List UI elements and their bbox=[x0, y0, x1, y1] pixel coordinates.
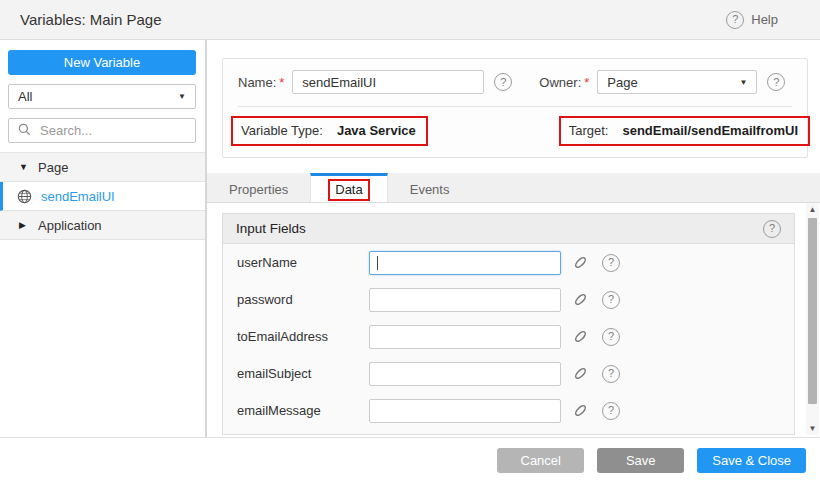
text-cursor bbox=[377, 256, 378, 270]
bind-link-icon[interactable] bbox=[572, 365, 589, 382]
username-input[interactable] bbox=[369, 251, 561, 275]
bind-link-icon[interactable] bbox=[572, 254, 589, 271]
password-input[interactable] bbox=[369, 288, 561, 312]
variable-type-value: Java Service bbox=[337, 123, 416, 138]
emailsubject-input[interactable] bbox=[369, 362, 561, 386]
name-help-icon[interactable]: ? bbox=[494, 73, 512, 91]
bind-link-icon[interactable] bbox=[572, 291, 589, 308]
tree-group-page[interactable]: ▼ Page bbox=[0, 153, 205, 182]
owner-help-icon[interactable]: ? bbox=[767, 73, 785, 91]
search-icon bbox=[18, 123, 31, 139]
bind-link-icon[interactable] bbox=[572, 328, 589, 345]
caret-down-icon: ▼ bbox=[19, 162, 29, 172]
tree-group-label: Page bbox=[38, 160, 68, 175]
dialog-footer: Cancel Save Save & Close bbox=[0, 437, 820, 488]
variables-sidebar: New Variable All ▼ ▼ Page bbox=[0, 40, 207, 437]
variable-filter-select[interactable]: All ▼ bbox=[8, 84, 196, 109]
field-help-icon[interactable]: ? bbox=[602, 402, 620, 420]
variable-type-label: Variable Type: bbox=[241, 123, 323, 138]
caret-right-icon: ▶ bbox=[19, 220, 29, 230]
field-label: emailMessage bbox=[237, 403, 369, 418]
input-fields-help-icon[interactable]: ? bbox=[763, 220, 781, 238]
variables-dialog: Variables: Main Page ? Help New Variable… bbox=[0, 0, 820, 488]
cancel-button[interactable]: Cancel bbox=[497, 448, 584, 473]
tab-data[interactable]: Data bbox=[310, 173, 387, 202]
input-fields-title: Input Fields bbox=[236, 221, 306, 236]
field-help-icon[interactable]: ? bbox=[602, 291, 620, 309]
tab-events[interactable]: Events bbox=[388, 173, 472, 202]
variable-editor: Name:* ? Owner:* Page ▼ ? bbox=[207, 40, 820, 437]
variable-name-input[interactable] bbox=[292, 70, 484, 94]
search-input[interactable] bbox=[38, 122, 218, 139]
vertical-scrollbar[interactable]: ▲ ▼ bbox=[806, 203, 819, 435]
bind-link-icon[interactable] bbox=[572, 402, 589, 419]
help-icon: ? bbox=[726, 11, 744, 29]
field-row-emailsubject: emailSubject ? bbox=[223, 355, 794, 392]
required-asterisk: * bbox=[584, 75, 589, 90]
scroll-down-icon[interactable]: ▼ bbox=[809, 422, 817, 435]
field-row-password: password ? bbox=[223, 281, 794, 318]
owner-label: Owner:* bbox=[539, 75, 589, 90]
editor-tabbar: Properties Data Events bbox=[207, 173, 820, 203]
tree-group-label: Application bbox=[38, 218, 102, 233]
target-annotation: Target: sendEmail/sendEmailfromUI bbox=[559, 116, 810, 146]
field-help-icon[interactable]: ? bbox=[602, 254, 620, 272]
field-row-toemailaddress: toEmailAddress ? bbox=[223, 318, 794, 355]
help-link[interactable]: ? Help bbox=[726, 11, 778, 29]
toemailaddress-input[interactable] bbox=[369, 325, 561, 349]
input-fields-panel: Input Fields ? userName ? bbox=[222, 213, 795, 435]
tree-item-label: sendEmailUI bbox=[41, 189, 115, 204]
field-row-emailmessage: emailMessage ? bbox=[223, 392, 794, 429]
field-help-icon[interactable]: ? bbox=[602, 365, 620, 383]
tree-group-application[interactable]: ▶ Application bbox=[0, 211, 205, 240]
input-fields-header: Input Fields ? bbox=[223, 214, 794, 244]
field-label: emailSubject bbox=[237, 366, 369, 381]
owner-select[interactable]: Page ▼ bbox=[597, 70, 757, 94]
target-value: sendEmail/sendEmailfromUI bbox=[622, 123, 798, 138]
tree-item-sendemailui[interactable]: sendEmailUI bbox=[0, 182, 205, 211]
search-box bbox=[8, 118, 196, 143]
variable-tree: ▼ Page sendEmailUI ▶ Application bbox=[0, 152, 205, 240]
variable-summary-panel: Name:* ? Owner:* Page ▼ ? bbox=[222, 58, 808, 158]
name-label: Name:* bbox=[238, 75, 284, 90]
target-label: Target: bbox=[569, 123, 609, 138]
scroll-up-icon[interactable]: ▲ bbox=[809, 203, 817, 216]
field-help-icon[interactable]: ? bbox=[602, 328, 620, 346]
help-label: Help bbox=[751, 12, 778, 27]
globe-icon bbox=[17, 189, 32, 204]
emailmessage-input[interactable] bbox=[369, 399, 561, 423]
page-title: Variables: Main Page bbox=[20, 11, 161, 28]
chevron-down-icon: ▼ bbox=[739, 78, 747, 87]
save-and-close-button[interactable]: Save & Close bbox=[697, 448, 806, 473]
scrollbar-thumb[interactable] bbox=[808, 218, 817, 404]
field-label: toEmailAddress bbox=[237, 329, 369, 344]
new-variable-button[interactable]: New Variable bbox=[8, 50, 196, 75]
field-row-username: userName ? bbox=[223, 244, 794, 281]
variable-type-annotation: Variable Type: Java Service bbox=[231, 116, 428, 146]
chevron-down-icon: ▼ bbox=[178, 92, 186, 101]
owner-value: Page bbox=[607, 75, 637, 90]
data-tab-content: Input Fields ? userName ? bbox=[207, 203, 820, 437]
field-label: password bbox=[237, 292, 369, 307]
field-label: userName bbox=[237, 255, 369, 270]
dialog-header: Variables: Main Page ? Help bbox=[0, 0, 820, 40]
save-button[interactable]: Save bbox=[597, 448, 684, 473]
required-asterisk: * bbox=[279, 75, 284, 90]
tab-properties[interactable]: Properties bbox=[207, 173, 310, 202]
variable-filter-value: All bbox=[18, 89, 32, 104]
